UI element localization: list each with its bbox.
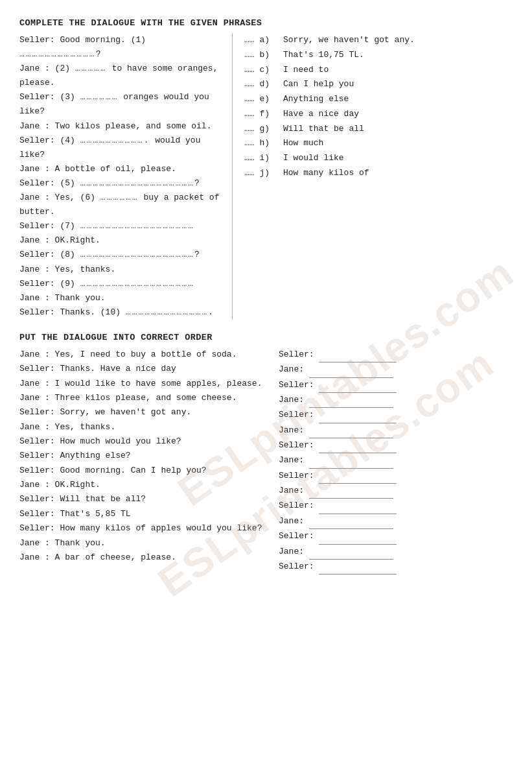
answer-a: …… a) Sorry, we haven't got any. bbox=[244, 33, 513, 48]
answer-text-e: Anything else bbox=[283, 92, 513, 107]
scrambled-7: Seller: How much would you like? bbox=[19, 434, 272, 449]
dialogue-line-12: Jane : Yes, thanks. bbox=[19, 263, 220, 277]
dialogue-line-15: Seller: Thanks. (10) …………………………………. bbox=[19, 305, 220, 320]
scrambled-8: Seller: Anything else? bbox=[19, 449, 272, 463]
dialogue-line-4: Jane : Two kilos please, and some oil. bbox=[19, 119, 220, 134]
order-seller-6: Seller: bbox=[279, 499, 513, 514]
answer-text-i: I would like bbox=[283, 151, 513, 166]
scrambled-2: Seller: Thanks. Have a nice day bbox=[19, 362, 272, 376]
scrambled-11: Seller: Will that be all? bbox=[19, 492, 272, 506]
section2-title: PUT THE DIALOGUE INTO CORRECT ORDER bbox=[19, 333, 513, 342]
answer-text-a: Sorry, we haven't got any. bbox=[283, 33, 513, 48]
scrambled-1: Jane : Yes, I need to buy a bottle of so… bbox=[19, 348, 272, 362]
answer-d: …… d) Can I help you bbox=[244, 77, 513, 92]
dialogue-line-2: Jane : (2) …………… to have some oranges, p… bbox=[19, 62, 220, 90]
scrambled-5: Seller: Sorry, we haven't got any. bbox=[19, 405, 272, 420]
section-divider bbox=[232, 33, 233, 320]
answer-i: …… i) I would like bbox=[244, 151, 513, 166]
scrambled-14: Jane : Thank you. bbox=[19, 536, 272, 551]
answer-column: Seller: Jane: Seller: Jane: Seller: Jane… bbox=[272, 348, 513, 574]
answer-prefix-h: …… h) bbox=[244, 136, 283, 151]
order-seller-2: Seller: bbox=[279, 378, 513, 393]
order-jane-1: Jane: bbox=[279, 362, 513, 377]
answer-b: …… b) That's 10,75 TL. bbox=[244, 48, 513, 63]
section1-title: COMPLETE THE DIALOGUE WITH THE GIVEN PHR… bbox=[19, 18, 513, 28]
answer-h: …… h) How much bbox=[244, 136, 513, 151]
dialogue-line-3: Seller: (3) ……………… oranges would you lik… bbox=[19, 90, 220, 119]
answer-prefix-c: …… c) bbox=[244, 63, 283, 78]
answer-text-c: I need to bbox=[283, 63, 513, 78]
answer-prefix-a: …… a) bbox=[244, 33, 283, 48]
dialogue-line-7: Seller: (5) ………………………………………………? bbox=[19, 176, 220, 191]
section2: PUT THE DIALOGUE INTO CORRECT ORDER Jane… bbox=[19, 333, 513, 574]
scrambled-10: Jane : OK.Right. bbox=[19, 478, 272, 492]
dialogue-line-11: Seller: (8) ………………………………………………? bbox=[19, 248, 220, 262]
answer-prefix-i: …… i) bbox=[244, 151, 283, 166]
order-seller-3: Seller: bbox=[279, 408, 513, 423]
answer-j: …… j) How many kilos of bbox=[244, 166, 513, 181]
dialogue-line-10: Jane : OK.Right. bbox=[19, 233, 220, 248]
answer-text-f: Have a nice day bbox=[283, 107, 513, 122]
order-jane-5: Jane: bbox=[279, 484, 513, 499]
dialogue-line-9: Seller: (7) ……………………………………………… bbox=[19, 219, 220, 233]
dialogue-line-6: Jane : A bottle of oil, please. bbox=[19, 162, 220, 176]
order-jane-6: Jane: bbox=[279, 514, 513, 529]
scrambled-column: Jane : Yes, I need to buy a bottle of so… bbox=[19, 348, 272, 574]
order-seller-5: Seller: bbox=[279, 469, 513, 484]
scrambled-13: Seller: How many kilos of apples would y… bbox=[19, 521, 272, 536]
dialogue-line-8: Jane : Yes, (6) ……………… buy a packet of b… bbox=[19, 191, 220, 219]
scrambled-6: Jane : Yes, thanks. bbox=[19, 420, 272, 434]
answer-prefix-f: …… f) bbox=[244, 107, 283, 122]
order-jane-4: Jane: bbox=[279, 453, 513, 468]
answer-e: …… e) Anything else bbox=[244, 92, 513, 107]
answer-f: …… f) Have a nice day bbox=[244, 107, 513, 122]
scrambled-15: Jane : A bar of cheese, please. bbox=[19, 551, 272, 565]
answer-c: …… c) I need to bbox=[244, 63, 513, 78]
scrambled-9: Seller: Good morning. Can I help you? bbox=[19, 464, 272, 478]
order-seller-7: Seller: bbox=[279, 529, 513, 544]
scrambled-3: Jane : I would like to have some apples,… bbox=[19, 377, 272, 391]
order-jane-2: Jane: bbox=[279, 393, 513, 408]
section1-right: …… a) Sorry, we haven't got any. …… b) T… bbox=[244, 33, 513, 320]
order-jane-3: Jane: bbox=[279, 423, 513, 438]
answer-prefix-e: …… e) bbox=[244, 92, 283, 107]
answer-text-d: Can I help you bbox=[283, 77, 513, 92]
answer-text-g: Will that be all bbox=[283, 122, 513, 137]
dialogue-line-1: Seller: Good morning. (1) ………………………………? bbox=[19, 33, 220, 62]
answer-text-h: How much bbox=[283, 136, 513, 151]
answer-text-j: How many kilos of bbox=[283, 166, 513, 181]
answer-prefix-j: …… j) bbox=[244, 166, 283, 181]
dialogue-line-5: Seller: (4) …………………………. would you like? bbox=[19, 134, 220, 162]
order-seller-4: Seller: bbox=[279, 438, 513, 453]
order-jane-7: Jane: bbox=[279, 545, 513, 560]
section2-layout: Jane : Yes, I need to buy a bottle of so… bbox=[19, 348, 513, 574]
answer-text-b: That's 10,75 TL. bbox=[283, 48, 513, 63]
scrambled-12: Seller: That's 5,85 TL bbox=[19, 507, 272, 521]
order-seller-8: Seller: bbox=[279, 560, 513, 574]
dialogue-line-13: Seller: (9) ……………………………………………… bbox=[19, 277, 220, 291]
answer-g: …… g) Will that be all bbox=[244, 122, 513, 137]
answer-prefix-g: …… g) bbox=[244, 122, 283, 137]
section1-content: Seller: Good morning. (1) ………………………………? … bbox=[19, 33, 513, 320]
dialogue-line-14: Jane : Thank you. bbox=[19, 291, 220, 305]
section1-left: Seller: Good morning. (1) ………………………………? … bbox=[19, 33, 220, 320]
answer-prefix-d: …… d) bbox=[244, 77, 283, 92]
answer-prefix-b: …… b) bbox=[244, 48, 283, 63]
order-seller-1: Seller: bbox=[279, 348, 513, 362]
scrambled-4: Jane : Three kilos please, and some chee… bbox=[19, 391, 272, 405]
